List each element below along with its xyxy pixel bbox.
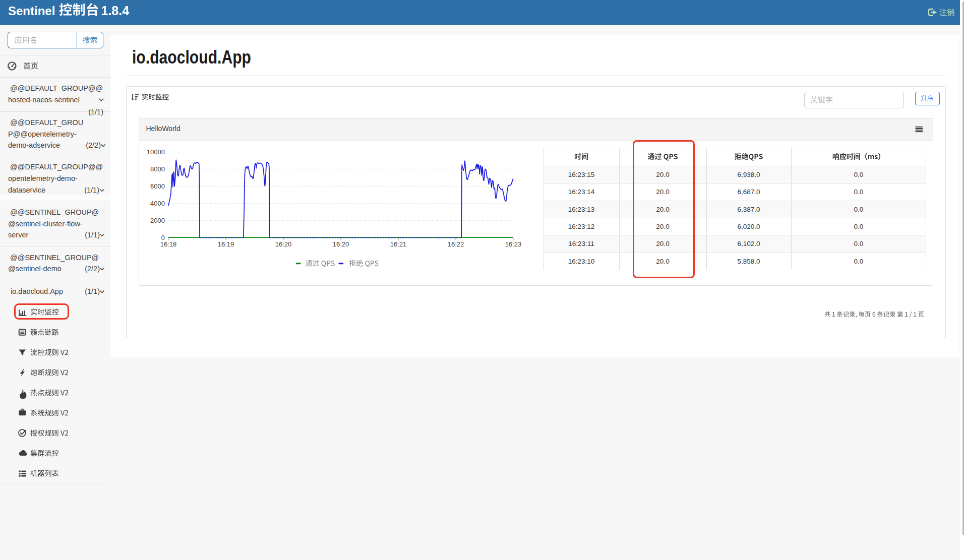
svg-text:@@SENTINEL_GROUP@: @@SENTINEL_GROUP@ bbox=[10, 208, 99, 216]
svg-text:(2/2): (2/2) bbox=[85, 265, 100, 273]
svg-text:@@DEFAULT_GROUP@@: @@DEFAULT_GROUP@@ bbox=[10, 163, 103, 171]
svg-text:demo-adservice: demo-adservice bbox=[8, 141, 60, 149]
svg-text:opentelemetry-demo-: opentelemetry-demo- bbox=[8, 174, 78, 182]
svg-text:P@@opentelemetry-: P@@opentelemetry- bbox=[8, 130, 77, 138]
svg-text:server: server bbox=[8, 231, 28, 239]
svg-text:@@DEFAULT_GROUP@@: @@DEFAULT_GROUP@@ bbox=[10, 84, 103, 92]
svg-text:(1/1): (1/1) bbox=[88, 108, 103, 116]
svg-text:io.daocloud.App: io.daocloud.App bbox=[11, 287, 63, 295]
svg-text:hosted-nacos-sentinel: hosted-nacos-sentinel bbox=[8, 96, 80, 104]
svg-text:@sentinel-cluster-flow-: @sentinel-cluster-flow- bbox=[8, 220, 83, 228]
svg-text:@sentinel-demo: @sentinel-demo bbox=[8, 265, 62, 273]
svg-text:(1/1): (1/1) bbox=[85, 231, 100, 239]
svg-text:@@DEFAULT_GROU: @@DEFAULT_GROU bbox=[10, 118, 83, 127]
svg-text:(1/1): (1/1) bbox=[85, 287, 100, 295]
svg-text:(1/1): (1/1) bbox=[84, 186, 99, 194]
svg-text:(2/2): (2/2) bbox=[86, 141, 101, 149]
svg-text:@@SENTINEL_GROUP@: @@SENTINEL_GROUP@ bbox=[10, 254, 99, 262]
svg-text:dataservice: dataservice bbox=[8, 186, 45, 194]
